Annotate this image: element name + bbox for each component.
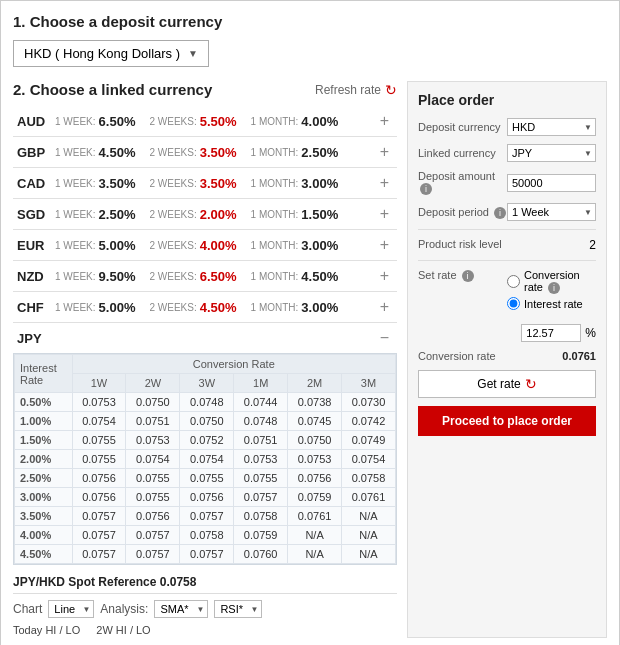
conversion-rate-cell: 0.0761 xyxy=(288,507,342,526)
interest-rate-cell: 3.50% xyxy=(15,507,73,526)
col-header: 2M xyxy=(288,374,342,393)
deposit-currency-select-wrap: HKD USD EUR xyxy=(507,118,596,136)
conversion-rate-cell: N/A xyxy=(342,507,396,526)
deposit-amount-value xyxy=(507,174,596,192)
interest-rate-radio-text: Interest rate xyxy=(524,298,583,310)
linked-currency-form-select[interactable]: JPY USD EUR GBP xyxy=(507,144,596,162)
deposit-amount-input[interactable] xyxy=(507,174,596,192)
jpy-row: JPY − xyxy=(13,323,397,353)
conversion-rate-cell: 0.0755 xyxy=(72,431,126,450)
interest-rate-radio-label[interactable]: Interest rate xyxy=(507,297,596,310)
deposit-amount-info-icon[interactable]: i xyxy=(420,183,432,195)
rate-groups: 1 WEEK: 3.50% 2 WEEKS: 3.50% 1 MONTH: 3.… xyxy=(55,176,376,191)
rsi-select[interactable]: RSI* xyxy=(214,600,262,618)
conversion-rate-cell: N/A xyxy=(342,545,396,564)
refresh-rate-button[interactable]: Refresh rate ↻ xyxy=(315,82,397,98)
rate-group-2w: 2 WEEKS: 6.50% xyxy=(149,269,236,284)
conversion-rate-radio[interactable] xyxy=(507,275,520,288)
col-header: 1W xyxy=(72,374,126,393)
conversion-rate-cell: 0.0756 xyxy=(288,469,342,488)
deposit-currency-row: Deposit currency HKD USD EUR xyxy=(418,118,596,136)
set-rate-label: Set rate i xyxy=(418,269,507,282)
hi-lo-row: Today HI / LO 2W HI / LO xyxy=(13,622,397,638)
rate-group-1m: 1 MONTH: 3.00% xyxy=(251,238,339,253)
jpy-table-row: 1.50%0.07550.07530.07520.07510.07500.074… xyxy=(15,431,396,450)
add-currency-button[interactable]: + xyxy=(376,298,393,316)
add-currency-button[interactable]: + xyxy=(376,236,393,254)
proceed-button[interactable]: Proceed to place order xyxy=(418,406,596,436)
proceed-label: Proceed to place order xyxy=(442,414,572,428)
currency-code: NZD xyxy=(17,269,55,284)
add-currency-button[interactable]: + xyxy=(376,143,393,161)
add-currency-button[interactable]: + xyxy=(376,267,393,285)
rate-group-1m: 1 MONTH: 1.50% xyxy=(251,207,339,222)
today-hi-lo: Today HI / LO xyxy=(13,624,80,636)
get-rate-refresh-icon: ↻ xyxy=(525,376,537,392)
deposit-period-row: Deposit period i 1 Week 2 Weeks 1 Month xyxy=(418,203,596,221)
set-rate-info-icon[interactable]: i xyxy=(462,270,474,282)
rate-groups: 1 WEEK: 6.50% 2 WEEKS: 5.50% 1 MONTH: 4.… xyxy=(55,114,376,129)
conversion-rate-cell: 0.0750 xyxy=(126,393,180,412)
conversion-rate-cell: 0.0761 xyxy=(342,488,396,507)
jpy-code: JPY xyxy=(17,331,55,346)
analysis-wrapper: SMA* xyxy=(154,600,208,618)
conversion-rate-radio-text: Conversion rate i xyxy=(524,269,596,294)
conversion-rate-cell: 0.0757 xyxy=(234,488,288,507)
linked-currency-form-value: JPY USD EUR GBP xyxy=(507,144,596,162)
conversion-rate-cell: 0.0751 xyxy=(234,431,288,450)
conversion-rate-display: Conversion rate 0.0761 xyxy=(418,350,596,362)
deposit-currency-select[interactable]: HKD ( Hong Kong Dollars ) ▼ xyxy=(13,40,209,67)
conversion-rate-radio-label[interactable]: Conversion rate i xyxy=(507,269,596,294)
conversion-rate-cell: 0.0755 xyxy=(72,450,126,469)
currency-code: GBP xyxy=(17,145,55,160)
rate-group-2w: 2 WEEKS: 4.00% xyxy=(149,238,236,253)
jpy-column-headers: 1W2W3W1M2M3M xyxy=(15,374,396,393)
conversion-rate-cell: 0.0756 xyxy=(72,488,126,507)
add-currency-button[interactable]: + xyxy=(376,112,393,130)
conversion-rate-cell: 0.0748 xyxy=(180,393,234,412)
jpy-collapse-button[interactable]: − xyxy=(376,329,393,347)
conversion-rate-cell: 0.0753 xyxy=(234,450,288,469)
currency-row: CAD 1 WEEK: 3.50% 2 WEEKS: 3.50% 1 MONTH… xyxy=(13,168,397,199)
chart-type-select[interactable]: Line xyxy=(48,600,94,618)
refresh-rate-label: Refresh rate xyxy=(315,83,381,97)
ir-header: InterestRate xyxy=(15,355,73,393)
jpy-table-row: 0.50%0.07530.07500.07480.07440.07380.073… xyxy=(15,393,396,412)
analysis-label: Analysis: xyxy=(100,602,148,616)
conversion-rate-cell: N/A xyxy=(288,545,342,564)
conversion-rate-info-icon[interactable]: i xyxy=(548,282,560,294)
conversion-rate-cell: 0.0759 xyxy=(234,526,288,545)
interest-rate-radio[interactable] xyxy=(507,297,520,310)
conversion-rate-cell: 0.0753 xyxy=(72,393,126,412)
currency-row: CHF 1 WEEK: 5.00% 2 WEEKS: 4.50% 1 MONTH… xyxy=(13,292,397,323)
add-currency-button[interactable]: + xyxy=(376,174,393,192)
conversion-rate-cell: 0.0758 xyxy=(234,507,288,526)
conversion-rate-cell: N/A xyxy=(342,526,396,545)
conversion-rate-cell: 0.0752 xyxy=(180,431,234,450)
currency-row: EUR 1 WEEK: 5.00% 2 WEEKS: 4.00% 1 MONTH… xyxy=(13,230,397,261)
deposit-period-info-icon[interactable]: i xyxy=(494,207,506,219)
divider2 xyxy=(418,260,596,261)
deposit-period-form-value: 1 Week 2 Weeks 1 Month xyxy=(507,203,596,221)
jpy-table-row: 2.00%0.07550.07540.07540.07530.07530.075… xyxy=(15,450,396,469)
conversion-rate-cell: 0.0758 xyxy=(180,526,234,545)
analysis-select[interactable]: SMA* xyxy=(154,600,208,618)
deposit-period-select[interactable]: 1 Week 2 Weeks 1 Month xyxy=(507,203,596,221)
rate-group-1m: 1 MONTH: 3.00% xyxy=(251,300,339,315)
rate-groups: 1 WEEK: 5.00% 2 WEEKS: 4.00% 1 MONTH: 3.… xyxy=(55,238,376,253)
deposit-currency-form-label: Deposit currency xyxy=(418,121,507,133)
currency-row: AUD 1 WEEK: 6.50% 2 WEEKS: 5.50% 1 MONTH… xyxy=(13,106,397,137)
chart-label: Chart xyxy=(13,602,42,616)
rsi-wrapper: RSI* xyxy=(214,600,262,618)
rate-group-1m: 1 MONTH: 4.50% xyxy=(251,269,339,284)
refresh-icon: ↻ xyxy=(385,82,397,98)
interest-rate-input-row: % xyxy=(418,324,596,342)
deposit-currency-form-select[interactable]: HKD USD EUR xyxy=(507,118,596,136)
currency-row: SGD 1 WEEK: 2.50% 2 WEEKS: 2.00% 1 MONTH… xyxy=(13,199,397,230)
get-rate-button[interactable]: Get rate ↻ xyxy=(418,370,596,398)
add-currency-button[interactable]: + xyxy=(376,205,393,223)
currency-code: CHF xyxy=(17,300,55,315)
interest-rate-input[interactable] xyxy=(521,324,581,342)
rate-group-2w: 2 WEEKS: 3.50% xyxy=(149,176,236,191)
deposit-currency-form-value: HKD USD EUR xyxy=(507,118,596,136)
